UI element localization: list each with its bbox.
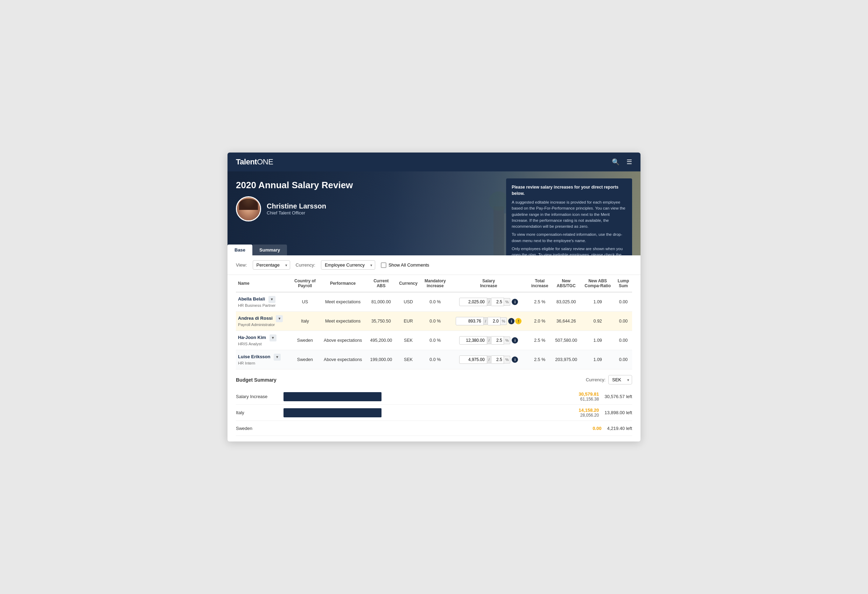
pct-symbol: % (504, 298, 511, 306)
salary-divider: / (487, 356, 492, 364)
budget-currency-wrapper: Currency: SEK USD EUR (586, 375, 632, 385)
col-total-increase: Totalincrease (528, 275, 552, 292)
currency-select[interactable]: Employee Currency USD EUR SEK (321, 260, 375, 270)
col-performance: Performance (319, 275, 366, 292)
salary-pct-input[interactable] (492, 298, 504, 306)
pct-symbol: % (504, 336, 511, 344)
employee-lump-sum: 0.00 (615, 312, 632, 331)
budget-bar-container (283, 392, 381, 401)
info-icon[interactable]: i (512, 357, 518, 363)
employee-role: HRIS Analyst (238, 342, 262, 346)
tooltip-line-1: A suggested editable increase is provide… (512, 199, 626, 230)
table-body: Abella Belali ▼ HR Business Partner USMe… (236, 292, 632, 369)
info-icon[interactable]: i (512, 337, 518, 343)
employee-country: Italy (291, 312, 319, 331)
view-select[interactable]: Percentage Absolute (253, 260, 290, 270)
budget-bar-container (283, 408, 381, 417)
col-lump-sum: LumpSum (615, 275, 632, 292)
col-name: Name (236, 275, 291, 292)
budget-header: Budget Summary Currency: SEK USD EUR (236, 375, 632, 385)
row-expand-chevron[interactable]: ▼ (270, 335, 276, 341)
employee-country: Sweden (291, 350, 319, 369)
logo: TalentONE (236, 158, 273, 167)
employee-name: Ha-Joon Kim (238, 335, 266, 340)
budget-row: Italy 14,158.20 28,056.20 13,898.00 left (236, 405, 632, 421)
checkbox-box[interactable] (381, 262, 387, 268)
employee-current-abs: 495,200.00 (366, 331, 396, 350)
budget-amounts-row: 14,158.20 28,056.20 13,898.00 left (579, 408, 632, 418)
employee-compa-ratio: 0.92 (581, 312, 615, 331)
budget-left-amount: 13,898.00 left (604, 410, 632, 415)
budget-row-label: Italy (236, 410, 278, 415)
info-icon[interactable]: i (508, 318, 515, 324)
budget-currency-select-wrapper[interactable]: SEK USD EUR (608, 375, 632, 385)
col-new-abs-tgc: NewABS/TGC (552, 275, 581, 292)
pct-symbol: % (504, 356, 511, 364)
filter-row: View: Percentage Absolute Currency: Empl… (227, 255, 641, 275)
budget-title: Budget Summary (236, 377, 276, 383)
tooltip-title: Please review salary increases for your … (512, 184, 626, 197)
employee-performance: Above expectations (319, 331, 366, 350)
budget-amounts: 14,158.20 28,056.20 (579, 408, 599, 418)
currency-select-wrapper[interactable]: Employee Currency USD EUR SEK (321, 260, 375, 270)
currency-label: Currency: (296, 262, 315, 268)
budget-amounts: 30,579.81 61,156.38 (579, 391, 599, 402)
employee-role: HR Business Partner (238, 303, 275, 308)
employee-current-abs: 81,000.00 (366, 292, 396, 312)
table-container: Name Country ofPayroll Performance Curre… (227, 275, 641, 369)
table-row: Luise Eriksson ▼ HR Intern SwedenAbove e… (236, 350, 632, 369)
employee-current-abs: 199,000.00 (366, 350, 396, 369)
budget-bar-container (283, 424, 381, 433)
employee-new-abs-tgc: 83,025.00 (552, 292, 581, 312)
employee-name: Luise Eriksson (238, 354, 270, 359)
employee-total-increase: 2.0 % (528, 312, 552, 331)
salary-pct-input[interactable] (492, 355, 504, 364)
employee-mandatory-increase: 0.0 % (421, 312, 449, 331)
view-select-wrapper[interactable]: Percentage Absolute (253, 260, 290, 270)
tab-base[interactable]: Base (227, 245, 252, 255)
show-all-comments-label: Show All Comments (388, 262, 429, 268)
employee-salary-increase: / % i (449, 350, 528, 369)
employee-role: HR Intern (238, 361, 255, 365)
logo-text: TalentONE (236, 158, 273, 167)
budget-total-amount: 61,156.38 (579, 397, 599, 402)
salary-divider: / (484, 317, 488, 325)
salary-abs-input[interactable] (459, 355, 487, 364)
budget-row: Sweden 0.00 4,219.40 left (236, 421, 632, 436)
budget-currency-label: Currency: (586, 377, 605, 382)
tab-summary[interactable]: Summary (252, 245, 287, 255)
employee-new-abs-tgc: 203,975.00 (552, 350, 581, 369)
budget-currency-select[interactable]: SEK USD EUR (608, 375, 632, 385)
budget-bar (283, 408, 381, 417)
table-row: Andrea di Rossi ▼ Payroll Administrator … (236, 312, 632, 331)
salary-input-group: / % i ! (452, 317, 526, 325)
salary-abs-input[interactable] (459, 336, 487, 345)
employee-currency: SEK (396, 350, 421, 369)
row-expand-chevron[interactable]: ▼ (274, 354, 281, 361)
salary-abs-input[interactable] (456, 317, 484, 325)
hero-tooltip: Please review salary increases for your … (506, 178, 632, 255)
employee-current-abs: 35,750.50 (366, 312, 396, 331)
col-country: Country ofPayroll (291, 275, 319, 292)
employee-salary-increase: / % i (449, 292, 528, 312)
warning-icon[interactable]: ! (515, 318, 521, 324)
show-all-comments-checkbox[interactable]: Show All Comments (381, 262, 429, 268)
info-icon[interactable]: i (512, 299, 518, 305)
employee-lump-sum: 0.00 (615, 292, 632, 312)
search-icon[interactable]: 🔍 (612, 158, 620, 166)
employee-new-abs-tgc: 507,580.00 (552, 331, 581, 350)
row-expand-chevron[interactable]: ▼ (269, 296, 275, 303)
salary-abs-input[interactable] (459, 298, 487, 306)
col-currency: Currency (396, 275, 421, 292)
table-row: Abella Belali ▼ HR Business Partner USMe… (236, 292, 632, 312)
menu-icon[interactable]: ☰ (626, 158, 632, 166)
row-expand-chevron[interactable]: ▼ (276, 315, 283, 322)
salary-pct-input[interactable] (488, 317, 500, 325)
hero-banner: 2020 Annual Salary Review Christine Lars… (227, 171, 641, 255)
salary-pct-input[interactable] (492, 336, 504, 345)
salary-input-group: / % i (452, 336, 526, 345)
employee-total-increase: 2.5 % (528, 331, 552, 350)
salary-divider: / (487, 298, 492, 306)
employee-name: Abella Belali (238, 296, 265, 302)
budget-amounts-row: 0.00 4,219.40 left (593, 426, 632, 431)
